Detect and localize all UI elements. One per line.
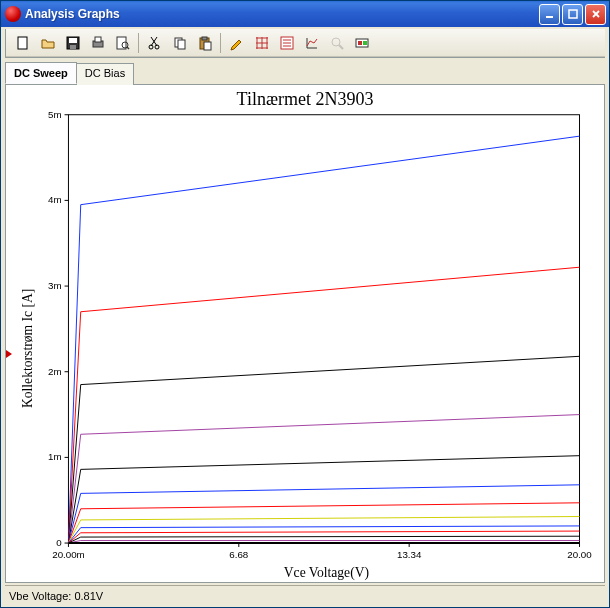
toolbar-separator: [138, 33, 139, 53]
x-axis-label: Vce Voltage(V): [284, 565, 369, 581]
grid-icon[interactable]: [250, 31, 273, 54]
window-title: Analysis Graphs: [25, 7, 539, 21]
copy-icon[interactable]: [168, 31, 191, 54]
y-tick-label: 5m: [48, 109, 62, 120]
minimize-button[interactable]: [539, 4, 560, 25]
y-tick-label: 0: [56, 537, 62, 548]
print-preview-icon[interactable]: [111, 31, 134, 54]
y-tick-label: 1m: [48, 451, 62, 462]
app-icon: [5, 6, 21, 22]
x-tick-label: 20.00m: [52, 549, 84, 560]
svg-rect-31: [358, 41, 362, 45]
svg-rect-21: [204, 42, 211, 50]
toolbar-container: [5, 29, 605, 58]
save-icon[interactable]: [61, 31, 84, 54]
plot-frame: [68, 115, 579, 543]
svg-rect-6: [69, 38, 77, 43]
status-text: Vbe Voltage: 0.81V: [9, 590, 103, 602]
tab-dc-bias[interactable]: DC Bias: [76, 63, 134, 85]
chart-area[interactable]: Tilnærmet 2N3903 01m2m3m4m5m20.00m6.6813…: [5, 85, 605, 583]
close-button[interactable]: [585, 4, 606, 25]
statusbar: Vbe Voltage: 0.81V: [5, 585, 605, 605]
tab-dc-sweep[interactable]: DC Sweep: [5, 62, 77, 84]
svg-rect-0: [546, 16, 553, 18]
chart-svg: 01m2m3m4m5m20.00m6.6813.3420.00 Kollekto…: [6, 105, 604, 582]
svg-rect-20: [202, 37, 207, 40]
open-icon[interactable]: [36, 31, 59, 54]
cursors-icon[interactable]: [300, 31, 323, 54]
y-axis-label: Kollektorstrøm Ic [A]: [20, 289, 35, 408]
y-tick-label: 3m: [48, 280, 62, 291]
paste-icon[interactable]: [193, 31, 216, 54]
window: Analysis Graphs DC Sweep: [0, 0, 610, 608]
zoom-icon[interactable]: [325, 31, 348, 54]
svg-rect-9: [95, 37, 101, 42]
svg-rect-4: [18, 37, 27, 49]
svg-rect-18: [178, 40, 185, 49]
x-tick-label: 20.00: [567, 549, 592, 560]
window-controls: [539, 4, 606, 25]
svg-point-28: [332, 38, 340, 46]
toolbar: [6, 29, 605, 57]
svg-line-12: [127, 47, 129, 49]
svg-rect-10: [117, 37, 126, 49]
svg-rect-32: [363, 41, 367, 45]
x-tick-label: 6.68: [229, 549, 248, 560]
new-icon[interactable]: [11, 31, 34, 54]
y-tick-label: 4m: [48, 194, 62, 205]
cut-icon[interactable]: [143, 31, 166, 54]
svg-line-29: [339, 45, 343, 49]
tabs: DC Sweep DC Bias: [5, 62, 605, 85]
print-icon[interactable]: [86, 31, 109, 54]
svg-rect-7: [70, 45, 76, 49]
titlebar[interactable]: Analysis Graphs: [1, 1, 609, 27]
legend-icon[interactable]: [275, 31, 298, 54]
svg-rect-1: [569, 10, 577, 18]
x-tick-label: 13.34: [397, 549, 422, 560]
toolbar-separator: [220, 33, 221, 53]
y-tick-label: 2m: [48, 366, 62, 377]
edit-icon[interactable]: [225, 31, 248, 54]
zoom-fit-icon[interactable]: [350, 31, 373, 54]
maximize-button[interactable]: [562, 4, 583, 25]
